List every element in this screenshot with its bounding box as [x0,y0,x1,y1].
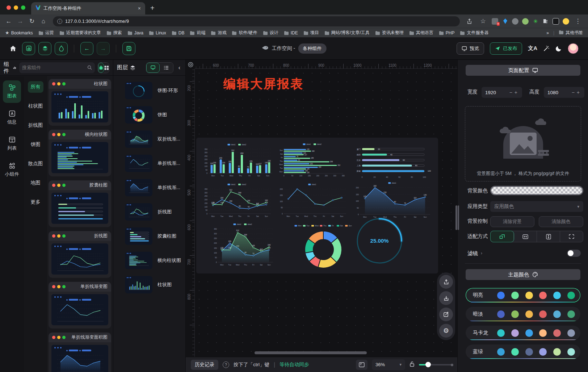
grid-view-button[interactable] [104,63,109,73]
fit-full-button[interactable] [560,231,583,242]
theme-drop-button[interactable] [55,42,68,55]
bookmark-item[interactable]: 搜索 [106,30,122,36]
profile-avatar-icon[interactable] [563,18,569,25]
component-search[interactable] [19,62,95,73]
bookmark-item[interactable]: 文件服务器 [460,30,488,36]
zoom-slider[interactable] [419,362,452,367]
single-view-button[interactable] [98,63,104,73]
bookmark-item[interactable]: IDE [284,30,298,35]
component-card[interactable]: 折线图 [49,231,111,278]
other-bookmarks[interactable]: 其他书签 [559,30,583,36]
bookmark-item[interactable]: 运营 [38,30,54,36]
layer-item[interactable]: 横向柱状图 [113,250,185,271]
bookmark-item[interactable]: 近期需要读的文章 [59,30,101,36]
component-card[interactable]: 胶囊柱图 [49,180,111,227]
bookmark-item[interactable]: 网站/博客/文章/工具 [324,30,370,36]
clear-color-button[interactable]: 清除颜色 [539,216,583,227]
dark-mode-moon-icon[interactable] [555,45,562,52]
bookmark-item[interactable]: 资讯未整理 [375,30,404,36]
plus-icon[interactable]: + [513,89,518,95]
maximize-window-icon[interactable] [21,5,25,10]
magic-wand-icon[interactable] [543,45,550,52]
extensions-puzzle-icon[interactable] [542,18,549,25]
bookmark-item[interactable]: Linux [149,30,166,35]
import-icon[interactable] [439,291,453,305]
help-icon[interactable]: ? [223,361,229,368]
bookmarks-manager[interactable]: ★ Bookmarks [5,30,33,35]
dashboard-board[interactable]: 050100150200250300350data1data2120200150… [196,138,438,273]
app-type-select[interactable]: 应用颜色 ▾ [490,201,583,212]
bookmark-item[interactable]: 前端 [190,30,205,36]
bookmark-item[interactable]: 游戏 [211,30,226,36]
width-stepper[interactable]: 1920 −+ [482,87,522,98]
background-upload-area[interactable]: 背景图需小于 5M ， 格式为 png/jpg/gif 的文件 [465,106,581,181]
sidebar-item-info[interactable]: 信息 [3,106,21,129]
search-input[interactable] [22,65,86,70]
close-window-icon[interactable] [7,5,11,10]
category-item[interactable]: 更多 [28,196,43,208]
lock-icon[interactable] [410,361,415,368]
list-view-button[interactable] [160,63,173,73]
component-card[interactable]: 横向柱状图 [49,130,111,176]
bookmark-item[interactable]: Java [127,30,143,35]
config-scrollbar[interactable] [458,205,459,230]
extension-icon-blue[interactable] [502,18,508,25]
preview-button[interactable]: 预览 [457,42,484,55]
tab-close-icon[interactable]: × [138,5,141,11]
bookmark-item[interactable]: 项目 [303,30,319,36]
clear-background-button[interactable]: 清除背景 [490,216,534,227]
height-value[interactable]: 1080 [547,90,571,95]
share-icon[interactable] [464,16,474,26]
browser-tab[interactable]: 工作空间-各种组件 × [31,2,145,14]
widget-gradient-line-chart[interactable]: 050100150200data1MonTueWedThuFriSatSun [277,182,349,218]
fit-width-button[interactable] [514,231,537,242]
bookmarks-overflow[interactable]: » [546,30,549,35]
plus-icon[interactable]: + [576,89,581,95]
extension-icon-green[interactable] [522,18,529,25]
publish-button[interactable]: 已发布 [490,42,522,55]
category-item[interactable]: 折线图 [25,120,46,131]
user-avatar[interactable] [568,43,579,54]
layer-item[interactable]: 单折线渐... [113,177,185,198]
component-card[interactable]: 单折线渐变面积图 [49,333,111,372]
theme-row[interactable]: 马卡龙 [466,326,580,340]
zoom-select[interactable]: 36% ▾ [372,359,405,370]
component-card[interactable]: 柱状图 [49,79,111,126]
layer-item[interactable]: 双折线渐... [113,129,185,150]
category-item[interactable]: 地图 [28,177,43,189]
back-icon[interactable]: ← [4,16,14,26]
thumbnail-view-button[interactable] [146,63,160,73]
extension-icon-star[interactable]: ✳ [532,18,539,25]
settings-gear-icon[interactable]: ⚙ [439,324,453,338]
widget-pie-chart[interactable]: MonTueWedThuFriSatSun [285,224,361,270]
slider-knob[interactable] [425,362,431,367]
extension-icon-grid[interactable]: 9 [492,18,498,25]
bg-color-swatch[interactable] [490,186,583,195]
minus-icon[interactable]: − [571,89,576,95]
bookmark-item[interactable]: 软件/硬件 [232,30,257,36]
layer-item[interactable]: 单折线渐... [113,153,185,174]
sidebar-item-chart[interactable]: 图表 [3,80,21,103]
width-value[interactable]: 1920 [485,90,508,95]
save-button[interactable] [122,42,135,55]
layer-item[interactable]: 柱状图 [113,274,185,295]
sidebar-item-widget[interactable]: 小组件 [3,159,21,181]
history-button[interactable]: 历史记录 [191,360,218,370]
big-screen-title-text[interactable]: 编辑大屏报表 [223,76,304,92]
export-icon[interactable] [439,275,453,289]
theme-row[interactable]: 暗淡 [466,307,580,321]
minimize-window-icon[interactable] [14,5,18,10]
layout-panel-icon[interactable] [356,360,368,370]
widget-bar-chart[interactable]: 050100150200250300350data1data2120200150… [201,142,274,177]
bookmark-item[interactable]: 设计 [263,30,278,36]
browser-menu-icon[interactable]: ⋮ [573,16,583,26]
url-bar[interactable]: i 127.0.0.1:3000/#/chart/home/9 [53,16,460,26]
project-name-pill[interactable]: 各种组件 [298,43,326,54]
theme-row[interactable]: 蓝绿 [466,344,580,359]
layer-item[interactable]: 饼图 [113,104,185,125]
edit-icon[interactable] [439,308,453,321]
bookmark-item[interactable]: 其他语言 [409,30,433,36]
bookmark-item[interactable]: DB [172,30,185,35]
collapse-panel-icon[interactable]: ‹ [178,64,180,71]
new-tab-button[interactable]: + [150,4,155,12]
